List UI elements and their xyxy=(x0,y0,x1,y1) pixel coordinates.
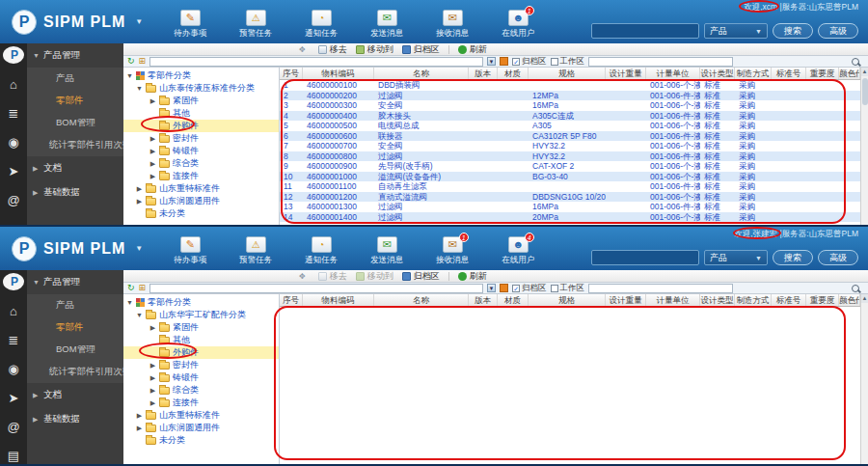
sidebar-item-parts[interactable]: 零部件 xyxy=(27,316,123,339)
table-row[interactable]: 546000000500电缆阀总成A305001-006-个-液压标准采购 xyxy=(280,121,860,131)
tree-node[interactable]: ▼ 山东华宇工矿配件分类 xyxy=(123,309,279,321)
table-row[interactable]: 1446000001400过滤阀20MPa001-006-个-液压标准采购 xyxy=(280,212,860,223)
move-to-button[interactable]: 移动到 xyxy=(356,43,393,56)
tree-arrow-icon[interactable]: ▼ xyxy=(126,72,133,79)
tree-node[interactable]: 外购件 xyxy=(123,120,279,132)
search-icon[interactable] xyxy=(852,285,859,292)
search-icon[interactable] xyxy=(852,58,859,66)
tree-arrow-icon[interactable]: ▶ xyxy=(149,160,156,168)
locate-button[interactable] xyxy=(500,284,508,292)
tree-arrow-icon[interactable]: ▶ xyxy=(149,324,156,332)
tree-arrow-icon[interactable]: ▶ xyxy=(149,148,156,155)
tree-node[interactable]: 其他 xyxy=(123,107,279,120)
column-header[interactable]: 名称 xyxy=(374,294,469,306)
sidebar-item-base-data[interactable]: ▶ 基础数据 xyxy=(27,407,123,431)
table-row[interactable]: 846000000800过滤阀HVY32.2001-006-件-液压标准采购 xyxy=(280,151,860,162)
locate-button[interactable] xyxy=(500,57,508,66)
filter-input[interactable] xyxy=(588,284,733,293)
tree-arrow-icon[interactable]: ▶ xyxy=(136,198,143,206)
sidebar-item-part-usage-count[interactable]: 统计零部件引用次数 xyxy=(27,361,123,383)
tree-node[interactable]: ▼ 零部件分类 xyxy=(123,69,279,82)
column-header[interactable]: 计量单位 xyxy=(646,294,700,306)
nav-notice-tasks[interactable]: 通知任务 xyxy=(299,236,343,266)
database-icon[interactable]: ≣ xyxy=(4,104,23,122)
tree-arrow-icon[interactable]: ▶ xyxy=(149,374,156,382)
sidebar-item-product-mgmt[interactable]: ▼ 产品管理 xyxy=(27,43,123,68)
scrollbar[interactable]: ▲ xyxy=(860,294,868,464)
column-header[interactable]: 名称 xyxy=(374,68,469,79)
search-input[interactable] xyxy=(591,23,699,39)
column-header[interactable]: 序号 xyxy=(280,68,303,79)
tree-arrow-icon[interactable]: ▶ xyxy=(149,399,156,407)
collapse-icon[interactable]: ✥ xyxy=(299,45,306,54)
tree-node[interactable]: ▶ 紧固件 xyxy=(123,321,279,334)
move-to-button[interactable]: 移动到 xyxy=(356,270,393,283)
tree-node[interactable]: ▶ 综合类 xyxy=(123,157,279,170)
tree-search-input[interactable] xyxy=(149,284,483,293)
sidebar-item-part-usage-count[interactable]: 统计零部件引用次数 xyxy=(27,134,123,156)
column-header[interactable]: 版本 xyxy=(469,68,498,79)
tree-arrow-icon[interactable]: ▶ xyxy=(149,97,156,105)
tree-node[interactable]: 未分类 xyxy=(123,434,279,447)
chat-icon[interactable]: ◉ xyxy=(4,133,23,151)
archive-area-button[interactable]: 归档区 xyxy=(402,270,440,283)
search-button[interactable]: 搜索 xyxy=(773,23,813,39)
sidebar-item-product[interactable]: 产品 xyxy=(27,294,123,316)
column-header[interactable]: 物料编码 xyxy=(303,294,374,306)
chevron-down-icon[interactable]: ▼ xyxy=(135,17,143,26)
tree-arrow-icon[interactable]: ▶ xyxy=(136,412,143,420)
nav-todo[interactable]: 待办事项 xyxy=(168,10,212,40)
column-header[interactable]: 重要度 xyxy=(806,294,839,306)
table-row[interactable]: 746000000700安全阀HVY32.2001-006-个-液压标准采购 xyxy=(280,141,860,151)
support-icon[interactable]: @ xyxy=(4,418,23,435)
collapse-icon[interactable]: ✥ xyxy=(299,272,306,281)
column-header[interactable]: 计量单位 xyxy=(646,68,700,79)
table-row[interactable]: 946000000900先导阀(改手柄)CAT-XOF 2001-006-个-液… xyxy=(280,161,860,172)
column-header[interactable]: 制造方式 xyxy=(735,294,772,306)
tree-node[interactable]: ▶ 连接件 xyxy=(123,397,279,409)
table-row[interactable]: 346000000300安全阀16MPa001-006-个-液压标准采购 xyxy=(280,100,860,111)
tree-arrow-icon[interactable]: ▶ xyxy=(149,387,156,395)
nav-notice-tasks[interactable]: 通知任务 xyxy=(299,10,343,40)
nav-send-message[interactable]: 发送消息 xyxy=(365,10,409,40)
table-row[interactable]: 646000000600联接器CA3102R 5P F80001-006-件-液… xyxy=(280,131,860,142)
column-header[interactable]: 标准号 xyxy=(772,294,806,306)
column-header[interactable]: 设计类型 xyxy=(700,68,735,79)
table-row[interactable]: 1246000001200直动式溢流阀DBDSNG10G 10/20001-00… xyxy=(280,192,860,203)
column-header[interactable]: 颜色代号 xyxy=(839,294,860,306)
nav-online-users[interactable]: 4 在线用户 xyxy=(496,236,540,266)
column-header[interactable]: 版本 xyxy=(469,294,498,306)
database-icon[interactable]: ≣ xyxy=(4,331,23,348)
tree-node[interactable]: ▼ 零部件分类 xyxy=(123,296,279,309)
column-header[interactable]: 设计类型 xyxy=(700,294,735,306)
app-logo[interactable]: P SIPM PLM ▼ xyxy=(0,0,152,43)
tree-node[interactable]: ▶ 山东重特标准件 xyxy=(123,182,279,195)
advanced-search-button[interactable]: 高级 xyxy=(818,250,858,265)
refresh-button[interactable]: 刷新 xyxy=(458,270,487,283)
tree-arrow-icon[interactable]: ▼ xyxy=(136,312,143,318)
sidebar-item-product[interactable]: 产品 xyxy=(27,68,123,90)
tree-refresh-icon[interactable]: ↻ xyxy=(127,57,135,66)
logo-icon[interactable]: P xyxy=(3,273,24,290)
column-header[interactable]: 设计重量 xyxy=(606,68,646,79)
tree-node[interactable]: ▶ 山东重特标准件 xyxy=(123,409,279,422)
table-row[interactable]: 1046000001000溢流阀(设备备件)BG-03-40001-006-个-… xyxy=(280,172,860,182)
sidebar-item-bom[interactable]: BOM管理 xyxy=(27,339,123,361)
scroll-thumb[interactable] xyxy=(862,78,868,105)
search-category-select[interactable]: 产品 ▼ xyxy=(704,250,768,265)
tree-node[interactable]: ▶ 山东润圆通用件 xyxy=(123,422,279,434)
column-header[interactable]: 序号 xyxy=(280,294,303,306)
sidebar-item-documents[interactable]: ▶ 文档 xyxy=(27,156,123,180)
sidebar-item-base-data[interactable]: ▶ 基础数据 xyxy=(27,180,123,205)
dropdown-button[interactable]: ▼ xyxy=(487,284,496,292)
app-logo[interactable]: P SIPM PLM ▼ xyxy=(0,227,152,270)
column-header[interactable]: 物料编码 xyxy=(303,68,374,79)
nav-receive-message[interactable]: 1 接收消息 xyxy=(430,236,475,266)
sidebar-item-bom[interactable]: BOM管理 xyxy=(27,112,123,134)
dropdown-button[interactable]: ▼ xyxy=(487,57,496,66)
table-row[interactable]: 1146000001100自动再生滤泵001-006-件-液压标准采购 xyxy=(280,181,860,192)
refresh-button[interactable]: 刷新 xyxy=(458,43,487,56)
tree-node[interactable]: ▶ 铸锻件 xyxy=(123,145,279,157)
nav-online-users[interactable]: 1 在线用户 xyxy=(496,10,540,40)
work-area-checkbox[interactable]: 工作区 xyxy=(551,56,585,68)
